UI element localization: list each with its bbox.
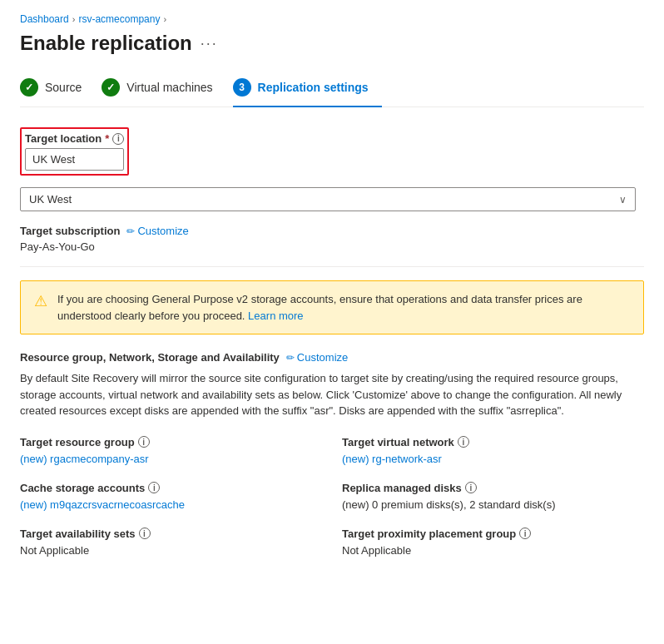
subscription-value: Pay-As-You-Go (20, 240, 644, 253)
resource-grid: Target resource group i (new) rgacmecomp… (20, 436, 644, 557)
cache-storage-info-icon[interactable]: i (148, 482, 160, 493)
step-replication[interactable]: 3 Replication settings (233, 72, 382, 107)
breadcrumb-rsv[interactable]: rsv-acmecompany (78, 13, 160, 25)
proximity-group-info-icon[interactable]: i (519, 528, 531, 539)
resource-item-cache-storage: Cache storage accounts i (new) m9qazcrsv… (20, 482, 322, 511)
target-location-label-text: Target location (25, 132, 102, 145)
proximity-group-value: Not Applicable (342, 544, 411, 557)
chevron-down-icon: ∨ (619, 194, 627, 206)
target-location-required: * (105, 132, 109, 145)
dropdown-value-text: UK West (29, 193, 72, 206)
target-location-section: Target location * i UK West UK West ∨ (20, 127, 644, 211)
wizard-steps: ✓ Source ✓ Virtual machines 3 Replicatio… (20, 72, 644, 107)
target-virtual-network-info-icon[interactable]: i (458, 436, 469, 448)
warning-banner: ⚠ If you are choosing General Purpose v2… (20, 280, 644, 334)
target-location-wrapper: Target location * i UK West (20, 127, 129, 176)
target-virtual-network-label: Target virtual network i (342, 436, 644, 448)
page-container: Dashboard › rsv-acmecompany › Enable rep… (0, 0, 664, 570)
target-subscription-section: Target subscription ✏ Customize Pay-As-Y… (20, 225, 644, 253)
resource-section-header: Resource group, Network, Storage and Ava… (20, 351, 644, 364)
pencil-icon: ✏ (126, 225, 135, 237)
resource-description: By default Site Recovery will mirror the… (20, 370, 644, 419)
resource-customize-text: Customize (297, 351, 348, 364)
target-resource-group-value[interactable]: (new) rgacmecompany-asr (20, 453, 149, 465)
subscription-customize-link[interactable]: ✏ Customize (126, 225, 188, 237)
target-location-dropdown[interactable]: UK West ∨ (20, 187, 636, 211)
target-virtual-network-label-text: Target virtual network (342, 436, 454, 448)
breadcrumb-sep-1: › (72, 14, 76, 24)
replica-disks-info-icon[interactable]: i (465, 482, 477, 493)
cache-storage-label: Cache storage accounts i (20, 482, 322, 494)
target-virtual-network-value[interactable]: (new) rg-network-asr (342, 453, 442, 465)
warning-learn-more-link[interactable]: Learn more (248, 310, 303, 322)
resource-item-target-resource-group: Target resource group i (new) rgacmecomp… (20, 436, 322, 465)
page-title-ellipsis[interactable]: ··· (201, 35, 218, 52)
page-title-row: Enable replication ··· (20, 32, 644, 55)
step-source[interactable]: ✓ Source (20, 72, 95, 107)
resource-customize-link[interactable]: ✏ Customize (286, 351, 348, 364)
resource-item-replica-disks: Replica managed disks i (new) 0 premium … (342, 482, 644, 511)
target-location-info-icon[interactable]: i (112, 133, 124, 145)
resource-section-title: Resource group, Network, Storage and Ava… (20, 351, 280, 364)
step-source-circle: ✓ (20, 78, 38, 97)
page-title: Enable replication (20, 32, 192, 55)
target-location-value: UK West (25, 148, 124, 171)
step-replication-label: Replication settings (258, 81, 369, 94)
warning-link-text: Learn more (248, 310, 303, 322)
availability-sets-info-icon[interactable]: i (139, 528, 151, 539)
step-vms-label: Virtual machines (126, 81, 212, 94)
subscription-customize-text: Customize (137, 225, 188, 237)
availability-sets-label-text: Target availability sets (20, 528, 136, 540)
availability-sets-label: Target availability sets i (20, 528, 322, 540)
resource-item-proximity-group: Target proximity placement group i Not A… (342, 528, 644, 557)
proximity-group-label: Target proximity placement group i (342, 528, 644, 540)
warning-text: If you are choosing General Purpose v2 s… (57, 291, 630, 324)
subscription-label: Target subscription (20, 225, 120, 237)
step-source-label: Source (45, 81, 82, 94)
target-resource-group-label: Target resource group i (20, 436, 322, 448)
target-resource-group-label-text: Target resource group (20, 436, 135, 448)
resource-item-availability-sets: Target availability sets i Not Applicabl… (20, 528, 322, 557)
step-vms-circle: ✓ (102, 78, 120, 97)
replica-disks-value: (new) 0 premium disks(s), 2 standard dis… (342, 498, 555, 511)
breadcrumb: Dashboard › rsv-acmecompany › (20, 13, 644, 25)
availability-sets-value: Not Applicable (20, 544, 89, 557)
step-replication-number: 3 (239, 82, 245, 93)
subscription-header: Target subscription ✏ Customize (20, 225, 644, 237)
warning-message: If you are choosing General Purpose v2 s… (57, 293, 582, 322)
resource-item-target-virtual-network: Target virtual network i (new) rg-networ… (342, 436, 644, 465)
step-vms-check: ✓ (107, 82, 115, 93)
cache-storage-value[interactable]: (new) m9qazcrsvacrnecoasrcache (20, 498, 185, 511)
divider-1 (20, 266, 644, 267)
step-source-check: ✓ (25, 82, 33, 93)
replica-disks-label-text: Replica managed disks (342, 482, 462, 494)
warning-triangle-icon: ⚠ (34, 292, 47, 310)
target-location-label: Target location * i (25, 132, 124, 145)
target-resource-group-info-icon[interactable]: i (138, 436, 150, 448)
step-vms[interactable]: ✓ Virtual machines (102, 72, 225, 107)
breadcrumb-sep-2: › (163, 14, 166, 24)
resource-pencil-icon: ✏ (286, 352, 295, 364)
replica-disks-label: Replica managed disks i (342, 482, 644, 494)
step-replication-circle: 3 (233, 78, 251, 97)
cache-storage-label-text: Cache storage accounts (20, 482, 145, 494)
breadcrumb-dashboard[interactable]: Dashboard (20, 13, 69, 25)
proximity-group-label-text: Target proximity placement group (342, 528, 516, 540)
